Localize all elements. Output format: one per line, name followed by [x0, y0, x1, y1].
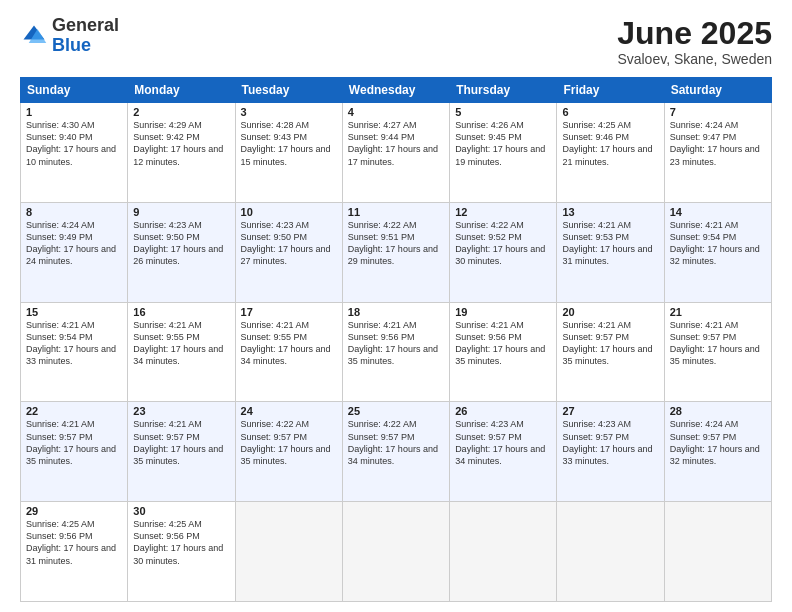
- day-number: 3: [241, 106, 337, 118]
- day-info: Sunrise: 4:21 AMSunset: 9:57 PMDaylight:…: [133, 419, 223, 465]
- day-info: Sunrise: 4:27 AMSunset: 9:44 PMDaylight:…: [348, 120, 438, 166]
- col-monday: Monday: [128, 78, 235, 103]
- table-row: 14 Sunrise: 4:21 AMSunset: 9:54 PMDaylig…: [664, 202, 771, 302]
- page: General Blue June 2025 Svaloev, Skane, S…: [0, 0, 792, 612]
- day-info: Sunrise: 4:21 AMSunset: 9:53 PMDaylight:…: [562, 220, 652, 266]
- col-wednesday: Wednesday: [342, 78, 449, 103]
- month-title: June 2025: [617, 16, 772, 51]
- day-number: 21: [670, 306, 766, 318]
- table-row: [450, 502, 557, 602]
- day-number: 2: [133, 106, 229, 118]
- table-row: [342, 502, 449, 602]
- table-row: 3 Sunrise: 4:28 AMSunset: 9:43 PMDayligh…: [235, 103, 342, 203]
- day-info: Sunrise: 4:22 AMSunset: 9:52 PMDaylight:…: [455, 220, 545, 266]
- day-number: 18: [348, 306, 444, 318]
- day-info: Sunrise: 4:24 AMSunset: 9:47 PMDaylight:…: [670, 120, 760, 166]
- day-number: 28: [670, 405, 766, 417]
- col-friday: Friday: [557, 78, 664, 103]
- location: Svaloev, Skane, Sweden: [617, 51, 772, 67]
- table-row: 10 Sunrise: 4:23 AMSunset: 9:50 PMDaylig…: [235, 202, 342, 302]
- day-number: 12: [455, 206, 551, 218]
- day-info: Sunrise: 4:23 AMSunset: 9:57 PMDaylight:…: [562, 419, 652, 465]
- logo-blue: Blue: [52, 35, 91, 55]
- day-number: 8: [26, 206, 122, 218]
- day-number: 19: [455, 306, 551, 318]
- day-info: Sunrise: 4:22 AMSunset: 9:57 PMDaylight:…: [241, 419, 331, 465]
- day-info: Sunrise: 4:24 AMSunset: 9:49 PMDaylight:…: [26, 220, 116, 266]
- day-info: Sunrise: 4:25 AMSunset: 9:56 PMDaylight:…: [26, 519, 116, 565]
- day-number: 20: [562, 306, 658, 318]
- table-row: 12 Sunrise: 4:22 AMSunset: 9:52 PMDaylig…: [450, 202, 557, 302]
- table-row: 19 Sunrise: 4:21 AMSunset: 9:56 PMDaylig…: [450, 302, 557, 402]
- table-row: 2 Sunrise: 4:29 AMSunset: 9:42 PMDayligh…: [128, 103, 235, 203]
- table-row: 17 Sunrise: 4:21 AMSunset: 9:55 PMDaylig…: [235, 302, 342, 402]
- table-row: 26 Sunrise: 4:23 AMSunset: 9:57 PMDaylig…: [450, 402, 557, 502]
- day-info: Sunrise: 4:23 AMSunset: 9:50 PMDaylight:…: [241, 220, 331, 266]
- day-info: Sunrise: 4:21 AMSunset: 9:54 PMDaylight:…: [670, 220, 760, 266]
- day-info: Sunrise: 4:21 AMSunset: 9:56 PMDaylight:…: [348, 320, 438, 366]
- title-block: June 2025 Svaloev, Skane, Sweden: [617, 16, 772, 67]
- logo-icon: [20, 22, 48, 50]
- day-info: Sunrise: 4:23 AMSunset: 9:50 PMDaylight:…: [133, 220, 223, 266]
- table-row: 7 Sunrise: 4:24 AMSunset: 9:47 PMDayligh…: [664, 103, 771, 203]
- day-number: 6: [562, 106, 658, 118]
- table-row: 9 Sunrise: 4:23 AMSunset: 9:50 PMDayligh…: [128, 202, 235, 302]
- day-number: 1: [26, 106, 122, 118]
- day-info: Sunrise: 4:22 AMSunset: 9:57 PMDaylight:…: [348, 419, 438, 465]
- day-info: Sunrise: 4:29 AMSunset: 9:42 PMDaylight:…: [133, 120, 223, 166]
- day-number: 7: [670, 106, 766, 118]
- day-number: 17: [241, 306, 337, 318]
- day-info: Sunrise: 4:21 AMSunset: 9:54 PMDaylight:…: [26, 320, 116, 366]
- day-info: Sunrise: 4:24 AMSunset: 9:57 PMDaylight:…: [670, 419, 760, 465]
- table-row: 6 Sunrise: 4:25 AMSunset: 9:46 PMDayligh…: [557, 103, 664, 203]
- day-info: Sunrise: 4:21 AMSunset: 9:57 PMDaylight:…: [26, 419, 116, 465]
- table-row: 23 Sunrise: 4:21 AMSunset: 9:57 PMDaylig…: [128, 402, 235, 502]
- day-number: 4: [348, 106, 444, 118]
- calendar-table: Sunday Monday Tuesday Wednesday Thursday…: [20, 77, 772, 602]
- day-number: 14: [670, 206, 766, 218]
- table-row: [557, 502, 664, 602]
- col-thursday: Thursday: [450, 78, 557, 103]
- table-row: 4 Sunrise: 4:27 AMSunset: 9:44 PMDayligh…: [342, 103, 449, 203]
- day-number: 16: [133, 306, 229, 318]
- table-row: 8 Sunrise: 4:24 AMSunset: 9:49 PMDayligh…: [21, 202, 128, 302]
- table-row: 15 Sunrise: 4:21 AMSunset: 9:54 PMDaylig…: [21, 302, 128, 402]
- table-row: 28 Sunrise: 4:24 AMSunset: 9:57 PMDaylig…: [664, 402, 771, 502]
- table-row: [235, 502, 342, 602]
- table-row: 20 Sunrise: 4:21 AMSunset: 9:57 PMDaylig…: [557, 302, 664, 402]
- day-info: Sunrise: 4:26 AMSunset: 9:45 PMDaylight:…: [455, 120, 545, 166]
- logo: General Blue: [20, 16, 119, 56]
- table-row: 18 Sunrise: 4:21 AMSunset: 9:56 PMDaylig…: [342, 302, 449, 402]
- table-row: 1 Sunrise: 4:30 AMSunset: 9:40 PMDayligh…: [21, 103, 128, 203]
- col-saturday: Saturday: [664, 78, 771, 103]
- day-number: 23: [133, 405, 229, 417]
- day-info: Sunrise: 4:21 AMSunset: 9:55 PMDaylight:…: [241, 320, 331, 366]
- day-info: Sunrise: 4:22 AMSunset: 9:51 PMDaylight:…: [348, 220, 438, 266]
- col-tuesday: Tuesday: [235, 78, 342, 103]
- day-number: 27: [562, 405, 658, 417]
- day-info: Sunrise: 4:28 AMSunset: 9:43 PMDaylight:…: [241, 120, 331, 166]
- day-number: 10: [241, 206, 337, 218]
- day-info: Sunrise: 4:21 AMSunset: 9:57 PMDaylight:…: [562, 320, 652, 366]
- day-info: Sunrise: 4:30 AMSunset: 9:40 PMDaylight:…: [26, 120, 116, 166]
- table-row: 27 Sunrise: 4:23 AMSunset: 9:57 PMDaylig…: [557, 402, 664, 502]
- day-info: Sunrise: 4:25 AMSunset: 9:46 PMDaylight:…: [562, 120, 652, 166]
- table-row: 11 Sunrise: 4:22 AMSunset: 9:51 PMDaylig…: [342, 202, 449, 302]
- table-row: 16 Sunrise: 4:21 AMSunset: 9:55 PMDaylig…: [128, 302, 235, 402]
- table-row: 30 Sunrise: 4:25 AMSunset: 9:56 PMDaylig…: [128, 502, 235, 602]
- day-number: 25: [348, 405, 444, 417]
- table-row: 21 Sunrise: 4:21 AMSunset: 9:57 PMDaylig…: [664, 302, 771, 402]
- col-sunday: Sunday: [21, 78, 128, 103]
- day-info: Sunrise: 4:21 AMSunset: 9:55 PMDaylight:…: [133, 320, 223, 366]
- day-info: Sunrise: 4:23 AMSunset: 9:57 PMDaylight:…: [455, 419, 545, 465]
- day-info: Sunrise: 4:21 AMSunset: 9:56 PMDaylight:…: [455, 320, 545, 366]
- header: General Blue June 2025 Svaloev, Skane, S…: [20, 16, 772, 67]
- day-info: Sunrise: 4:21 AMSunset: 9:57 PMDaylight:…: [670, 320, 760, 366]
- day-number: 9: [133, 206, 229, 218]
- day-number: 5: [455, 106, 551, 118]
- day-number: 26: [455, 405, 551, 417]
- day-number: 29: [26, 505, 122, 517]
- day-number: 13: [562, 206, 658, 218]
- table-row: 5 Sunrise: 4:26 AMSunset: 9:45 PMDayligh…: [450, 103, 557, 203]
- day-info: Sunrise: 4:25 AMSunset: 9:56 PMDaylight:…: [133, 519, 223, 565]
